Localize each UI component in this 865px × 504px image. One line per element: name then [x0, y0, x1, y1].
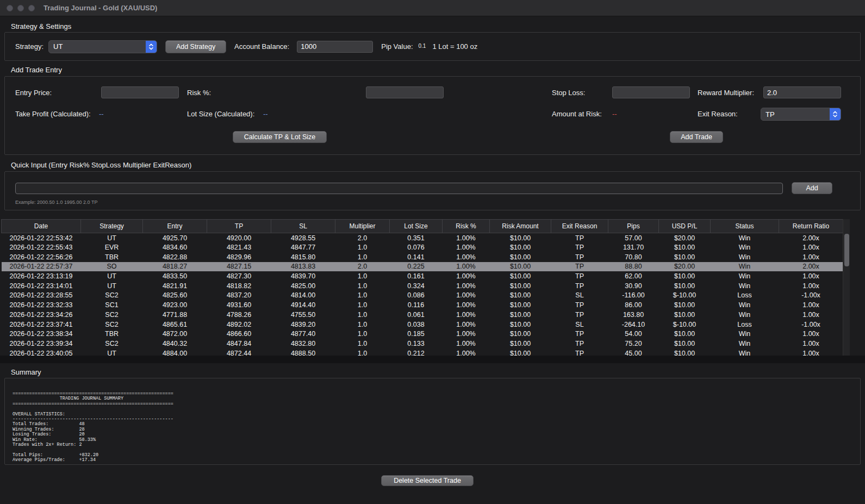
table-cell: 4884.00 [143, 349, 207, 356]
column-header-risk-[interactable]: Risk % [443, 220, 490, 233]
table-row[interactable]: 2026-01-22 23:37:41SC24865.614892.024839… [2, 320, 843, 329]
table-cell: EVR [81, 242, 143, 252]
table-row[interactable]: 2026-01-22 22:53:42UT4925.704920.004928.… [2, 233, 843, 243]
column-header-date[interactable]: Date [2, 220, 81, 233]
table-cell: 4827.30 [207, 271, 271, 281]
reward-multiplier-label: Reward Multiplier: [698, 89, 754, 97]
strategy-dropdown[interactable]: UT [48, 40, 157, 53]
scrollbar-thumb[interactable] [844, 234, 849, 266]
table-cell: TP [551, 233, 608, 243]
column-header-risk-amount[interactable]: Risk Amount [490, 220, 551, 233]
table-cell: TP [551, 300, 608, 310]
column-header-tp[interactable]: TP [207, 220, 271, 233]
title-bar: Trading Journal - Gold (XAU/USD) [0, 0, 865, 16]
table-cell: SL [551, 320, 608, 329]
table-cell: 4931.60 [207, 300, 271, 310]
table-cell: $10.00 [490, 300, 551, 310]
table-cell: 131.70 [608, 242, 659, 252]
risk-percent-input[interactable] [366, 86, 444, 98]
quick-add-button[interactable]: Add [792, 182, 832, 194]
table-cell: $10.00 [490, 329, 551, 339]
table-cell: -264.10 [608, 320, 659, 329]
table-cell: $10.00 [659, 310, 711, 320]
table-cell: Win [711, 339, 779, 349]
column-header-sl[interactable]: SL [271, 220, 335, 233]
column-header-return-ratio[interactable]: Return Ratio [779, 220, 843, 233]
exit-reason-dropdown[interactable]: TP [761, 108, 841, 121]
add-strategy-button[interactable]: Add Strategy [165, 40, 226, 53]
column-header-strategy[interactable]: Strategy [81, 220, 143, 233]
table-cell: $20.00 [659, 262, 711, 272]
table-cell: 1.00% [443, 349, 490, 356]
table-cell: 4872.00 [143, 329, 207, 339]
table-horizontal-scrollbar[interactable] [0, 356, 865, 363]
table-cell: 1.00% [443, 291, 490, 301]
table-row[interactable]: 2026-01-22 23:28:55SC24825.604837.204814… [2, 291, 843, 301]
table-row[interactable]: 2026-01-22 23:32:33SC14923.004931.604914… [2, 300, 843, 310]
table-cell: $10.00 [490, 262, 551, 272]
table-cell: 30.90 [608, 281, 659, 291]
table-cell: UT [81, 271, 143, 281]
entry-price-input[interactable] [101, 86, 179, 98]
table-cell: 0.038 [390, 320, 443, 329]
table-vertical-scrollbar[interactable] [843, 219, 850, 356]
column-header-exit-reason[interactable]: Exit Reason [551, 220, 608, 233]
table-cell: 0.212 [390, 349, 443, 356]
table-cell: TP [551, 252, 608, 262]
table-cell: 4834.60 [143, 242, 207, 252]
table-cell: 0.116 [390, 300, 443, 310]
strategy-label: Strategy: [15, 42, 43, 51]
close-button[interactable] [7, 5, 13, 11]
table-cell: 4818.82 [207, 281, 271, 291]
stop-loss-input[interactable] [612, 86, 690, 98]
table-cell: 4888.50 [271, 349, 335, 356]
column-header-lot-size[interactable]: Lot Size [390, 220, 443, 233]
table-cell: $-10.00 [659, 291, 711, 301]
table-cell: Loss [711, 291, 779, 301]
table-cell: 4837.20 [207, 291, 271, 301]
reward-multiplier-input[interactable] [763, 86, 841, 98]
table-row[interactable]: 2026-01-22 23:38:34TBR4872.004866.604877… [2, 329, 843, 339]
table-row[interactable]: 2026-01-22 23:14:01UT4821.914818.824825.… [2, 281, 843, 291]
zoom-button[interactable] [28, 5, 35, 11]
column-header-pips[interactable]: Pips [608, 220, 659, 233]
table-cell: Win [711, 252, 779, 262]
column-header-multiplier[interactable]: Multiplier [335, 220, 390, 233]
table-cell: 4822.88 [143, 252, 207, 262]
quick-input-section-title: Quick Input (Entry Risk% StopLoss Multip… [11, 161, 191, 169]
quick-input-field[interactable] [15, 183, 783, 194]
table-cell: 2.0 [335, 233, 390, 243]
table-row[interactable]: 2026-01-22 22:55:43EVR4834.604821.434847… [2, 242, 843, 252]
table-cell: 0.161 [390, 271, 443, 281]
table-row[interactable]: 2026-01-22 22:56:26TBR4822.884829.964815… [2, 252, 843, 262]
account-balance-input[interactable] [297, 41, 373, 53]
table-cell: SC2 [81, 291, 143, 301]
column-header-entry[interactable]: Entry [143, 220, 207, 233]
table-header-row: DateStrategyEntryTPSLMultiplierLot SizeR… [2, 220, 843, 233]
table-cell: 1.00% [443, 271, 490, 281]
add-trade-button[interactable]: Add Trade [670, 131, 723, 143]
delete-selected-trade-button[interactable]: Delete Selected Trade [381, 475, 474, 486]
table-cell: TP [551, 262, 608, 272]
table-cell: $10.00 [490, 252, 551, 262]
table-cell: 1.00x [779, 271, 843, 281]
table-cell: 2026-01-22 22:53:42 [2, 233, 81, 243]
table-row[interactable]: 2026-01-22 22:57:37SO4818.274827.154813.… [2, 262, 843, 272]
table-cell: 54.00 [608, 329, 659, 339]
column-header-usd-p-l[interactable]: USD P/L [659, 220, 711, 233]
table-row[interactable]: 2026-01-22 23:40:05UT4884.004872.444888.… [2, 349, 843, 356]
table-cell: 2026-01-22 23:38:34 [2, 329, 81, 339]
table-cell: -1.00x [779, 320, 843, 329]
minimize-button[interactable] [17, 5, 24, 11]
table-cell: 75.20 [608, 339, 659, 349]
table-cell: 2026-01-22 23:32:33 [2, 300, 81, 310]
calculate-tp-lot-button[interactable]: Calculate TP & Lot Size [233, 131, 327, 143]
table-cell: Win [711, 349, 779, 356]
table-cell: 0.324 [390, 281, 443, 291]
table-row[interactable]: 2026-01-22 23:34:26SC24771.884788.264755… [2, 310, 843, 320]
column-header-status[interactable]: Status [711, 220, 779, 233]
table-row[interactable]: 2026-01-22 23:13:19UT4833.504827.304839.… [2, 271, 843, 281]
table-cell: 1.00% [443, 242, 490, 252]
table-cell: $10.00 [659, 349, 711, 356]
table-row[interactable]: 2026-01-22 23:39:34SC24840.324847.844832… [2, 339, 843, 349]
